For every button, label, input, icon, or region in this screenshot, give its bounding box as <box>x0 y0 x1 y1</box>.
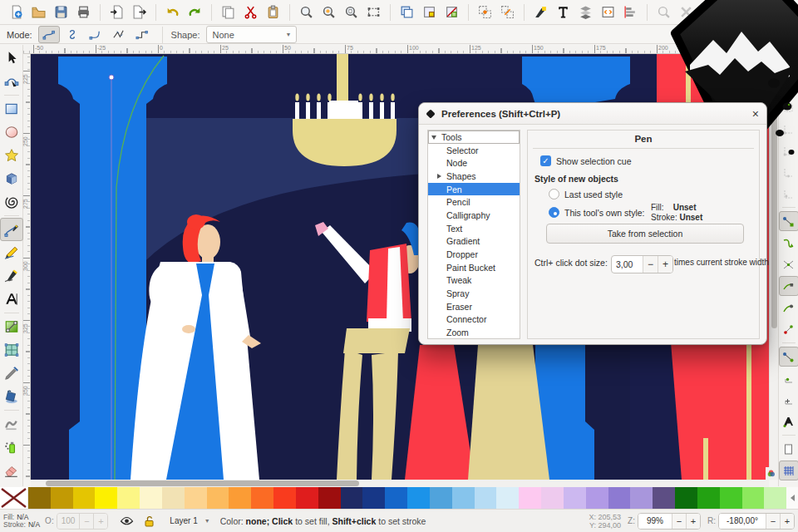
palette-swatch[interactable] <box>296 487 318 509</box>
zoom-selection-button[interactable] <box>295 2 318 23</box>
cut-button[interactable] <box>239 2 262 23</box>
palette-swatch[interactable] <box>541 487 564 509</box>
snap-line-midpoints-button[interactable] <box>779 319 798 339</box>
palette-swatch[interactable] <box>229 487 251 509</box>
mode-spiro-button[interactable] <box>62 26 83 43</box>
duplicate-button[interactable] <box>396 2 418 23</box>
palette-swatch[interactable] <box>251 487 273 509</box>
mode-straight-button[interactable] <box>108 26 130 43</box>
last-used-style-radio[interactable] <box>549 189 559 200</box>
zoom-increase-button[interactable]: + <box>686 514 700 529</box>
show-selection-cue-checkbox[interactable]: ✓ <box>540 155 551 166</box>
own-style-radio[interactable] <box>549 207 559 218</box>
tool-dropper[interactable] <box>0 362 23 385</box>
snap-cusp-nodes-button[interactable] <box>779 276 798 296</box>
tool-pencil[interactable] <box>0 241 23 264</box>
horizontal-scrollbar[interactable] <box>31 480 769 487</box>
palette-swatch[interactable] <box>519 487 541 509</box>
palette-swatch[interactable] <box>140 487 162 509</box>
tree-item-gradient[interactable]: Gradient <box>428 235 520 249</box>
snap-bbox-edges-button[interactable] <box>779 119 798 139</box>
ungroup-button[interactable] <box>496 2 519 23</box>
rotation-increase-button[interactable]: + <box>780 514 794 529</box>
paste-button[interactable] <box>262 2 284 23</box>
mode-bezier-button[interactable] <box>38 26 60 43</box>
palette-swatch[interactable] <box>73 487 96 509</box>
tree-item-tweak[interactable]: Tweak <box>428 274 520 288</box>
tool-gradient[interactable] <box>0 315 23 338</box>
palette-swatch[interactable] <box>117 487 140 509</box>
tool-paint-bucket[interactable] <box>0 385 23 408</box>
xml-editor-button[interactable] <box>597 2 619 23</box>
fill-stroke-indicator[interactable]: Fill:N/A Stroke:N/A <box>3 514 40 529</box>
mode-polyline-button[interactable] <box>85 26 106 43</box>
rotation-decrease-button[interactable]: − <box>766 514 780 529</box>
tool-node-editor[interactable] <box>0 70 23 93</box>
palette-swatch[interactable] <box>407 487 430 509</box>
palette-swatch[interactable] <box>28 487 51 509</box>
opacity-decrease-button[interactable]: − <box>79 514 93 529</box>
tree-item-eraser[interactable]: Eraser <box>428 300 520 313</box>
mode-paraxial-button[interactable] <box>131 26 153 43</box>
zoom-decrease-button[interactable]: − <box>672 514 686 529</box>
find-button[interactable] <box>653 2 675 23</box>
ruler-vertical[interactable]: 225250275300325350 <box>23 54 31 480</box>
tool-rectangle[interactable] <box>0 97 23 121</box>
palette-swatch[interactable] <box>564 487 586 509</box>
clone-button[interactable] <box>418 2 441 23</box>
snap-object-centers-button[interactable] <box>779 368 798 388</box>
undo-button[interactable] <box>161 2 184 23</box>
new-document-button[interactable] <box>5 2 27 23</box>
palette-swatch[interactable] <box>273 487 296 509</box>
snap-bbox-midpoints-button[interactable] <box>779 162 798 182</box>
tree-item-connector[interactable]: Connector <box>428 313 520 327</box>
palette-swatch[interactable] <box>496 487 519 509</box>
text-dialog-button[interactable] <box>552 2 574 23</box>
snap-rotation-centers-button[interactable] <box>779 390 798 410</box>
palette-swatch[interactable] <box>630 487 653 509</box>
palette-swatch[interactable] <box>185 487 207 509</box>
snap-others-category-button[interactable] <box>779 347 798 367</box>
snap-nodes-category-button[interactable] <box>779 211 798 231</box>
opacity-increase-button[interactable]: + <box>93 514 107 529</box>
palette-swatch[interactable] <box>430 487 452 509</box>
tree-item-spray[interactable]: Spray <box>428 287 520 300</box>
palette-no-color[interactable] <box>0 487 28 509</box>
palette-swatch[interactable] <box>720 487 742 509</box>
opacity-spinner[interactable]: 100 − + <box>57 513 109 530</box>
palette-swatch[interactable] <box>697 487 720 509</box>
palette-swatch[interactable] <box>764 487 786 509</box>
zoom-page-button[interactable] <box>340 2 362 23</box>
snap-bbox-corners-button[interactable] <box>779 140 798 160</box>
palette-swatch[interactable] <box>207 487 229 509</box>
palette-swatch[interactable] <box>318 487 341 509</box>
open-document-button[interactable] <box>27 2 50 23</box>
tool-spiral[interactable] <box>0 190 23 214</box>
zoom-actual-button[interactable] <box>362 2 385 23</box>
zoom-drawing-button[interactable] <box>318 2 340 23</box>
palette-swatch[interactable] <box>675 487 697 509</box>
tool-tweak[interactable] <box>0 412 23 436</box>
palette-swatch[interactable] <box>608 487 631 509</box>
tool-3dbox[interactable] <box>0 167 23 190</box>
group-button[interactable] <box>474 2 496 23</box>
tree-item-node[interactable]: Node <box>428 156 520 170</box>
copy-button[interactable] <box>217 2 239 23</box>
print-button[interactable] <box>72 2 95 23</box>
snap-grids-button[interactable] <box>779 461 798 480</box>
tree-item-zoom[interactable]: Zoom <box>428 326 520 339</box>
palette-swatch[interactable] <box>452 487 475 509</box>
dot-size-decrease-button[interactable]: − <box>643 256 658 273</box>
palette-swatch[interactable] <box>742 487 765 509</box>
tool-selector[interactable] <box>0 47 23 70</box>
snap-page-border-button[interactable] <box>779 439 798 459</box>
snap-bbox-button[interactable] <box>779 97 798 117</box>
palette-swatch[interactable] <box>653 487 675 509</box>
tree-item-pen[interactable]: Pen <box>428 183 520 196</box>
tool-star[interactable] <box>0 144 23 167</box>
preferences-button[interactable] <box>675 2 697 23</box>
tree-item-selector[interactable]: Selector <box>428 144 520 157</box>
layer-selector[interactable]: Layer 1 ▼ <box>165 514 214 529</box>
tree-item-pencil[interactable]: Pencil <box>428 195 520 209</box>
tree-item-shapes[interactable]: Shapes <box>428 170 520 183</box>
